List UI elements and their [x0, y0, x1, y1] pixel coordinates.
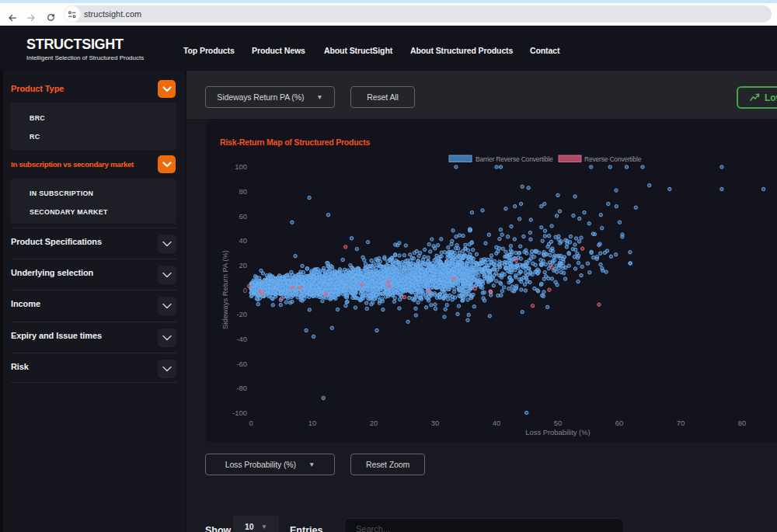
- svg-text:10: 10: [308, 419, 316, 427]
- svg-text:Reverse Convertible: Reverse Convertible: [584, 155, 642, 163]
- svg-text:80: 80: [239, 187, 247, 196]
- svg-text:70: 70: [677, 419, 685, 427]
- svg-text:100: 100: [235, 162, 247, 171]
- svg-text:-60: -60: [236, 360, 247, 368]
- svg-text:20: 20: [239, 261, 247, 269]
- svg-text:-80: -80: [236, 384, 247, 392]
- svg-text:60: 60: [239, 212, 247, 221]
- svg-text:-40: -40: [236, 335, 247, 343]
- svg-text:-20: -20: [236, 310, 247, 318]
- svg-text:Loss Probability (%): Loss Probability (%): [525, 428, 590, 436]
- svg-text:80: 80: [738, 419, 746, 427]
- svg-text:0: 0: [243, 286, 247, 294]
- svg-text:Sideways Return PA (%): Sideways Return PA (%): [221, 250, 229, 329]
- svg-text:50: 50: [554, 419, 562, 427]
- svg-text:20: 20: [370, 419, 378, 427]
- svg-text:0: 0: [249, 419, 253, 427]
- svg-text:30: 30: [431, 419, 439, 427]
- svg-text:60: 60: [615, 419, 623, 427]
- svg-text:40: 40: [239, 236, 247, 245]
- svg-text:40: 40: [493, 419, 500, 427]
- svg-text:Risk-Return Map of Structured: Risk-Return Map of Structured Products: [220, 137, 370, 147]
- svg-text:-100: -100: [232, 409, 247, 417]
- svg-text:Barrier Reverse Convertible: Barrier Reverse Convertible: [476, 155, 553, 163]
